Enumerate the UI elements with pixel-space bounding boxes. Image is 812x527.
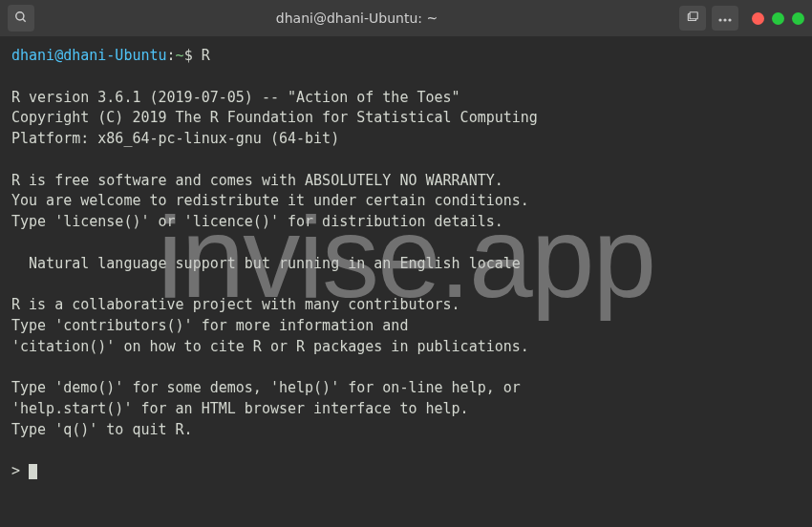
svg-point-6 — [728, 18, 731, 21]
close-dot[interactable] — [752, 12, 764, 25]
output-line: R is a collaborative project with many c… — [11, 296, 460, 313]
svg-point-0 — [16, 11, 24, 19]
menu-button[interactable] — [712, 6, 738, 31]
output-line: Type 'contributors()' for more informati… — [11, 317, 408, 334]
prompt-path: ~ — [176, 47, 184, 64]
output-line: Type 'demo()' for some demos, 'help()' f… — [11, 379, 521, 396]
prompt-dollar: $ — [184, 47, 193, 64]
prompt-at: @ — [54, 47, 63, 64]
cursor — [29, 464, 37, 479]
search-button[interactable] — [8, 5, 34, 32]
output-line: Copyright (C) 2019 The R Foundation for … — [11, 109, 538, 126]
prompt-colon: : — [167, 47, 176, 64]
output-line: 'citation()' on how to cite R or R packa… — [11, 338, 529, 355]
maximize-dot[interactable] — [792, 12, 804, 25]
output-line: Platform: x86_64-pc-linux-gnu (64-bit) — [11, 130, 339, 147]
prompt-user: dhani — [11, 47, 54, 64]
new-tab-button[interactable] — [679, 6, 706, 31]
r-prompt: > — [11, 462, 29, 479]
titlebar: dhani@dhani-Ubuntu: ~ — [0, 0, 812, 36]
output-line: R is free software and comes with ABSOLU… — [11, 172, 503, 189]
new-tab-icon — [686, 11, 699, 27]
window-title: dhani@dhani-Ubuntu: ~ — [42, 11, 672, 26]
svg-point-4 — [718, 18, 721, 21]
search-icon — [14, 11, 28, 27]
output-line: Type 'q()' to quit R. — [11, 421, 193, 438]
window-dots — [752, 12, 804, 25]
output-line: You are welcome to redistribute it under… — [11, 192, 529, 209]
minimize-dot[interactable] — [772, 12, 784, 25]
output-line: 'help.start()' for an HTML browser inter… — [11, 400, 469, 417]
svg-line-1 — [23, 18, 26, 21]
menu-icon — [717, 11, 733, 26]
output-line: R version 3.6.1 (2019-07-05) -- "Action … — [11, 89, 460, 106]
window-controls — [679, 6, 804, 31]
svg-rect-3 — [690, 11, 697, 18]
output-line: Type 'license()' or 'licence()' for dist… — [11, 213, 503, 230]
command-text: R — [193, 47, 210, 64]
prompt-host: dhani-Ubuntu — [63, 47, 166, 64]
terminal-body[interactable]: dhani@dhani-Ubuntu:~$ R R version 3.6.1 … — [0, 36, 812, 527]
svg-point-5 — [723, 18, 726, 21]
output-line: Natural language support but running in … — [11, 255, 521, 272]
